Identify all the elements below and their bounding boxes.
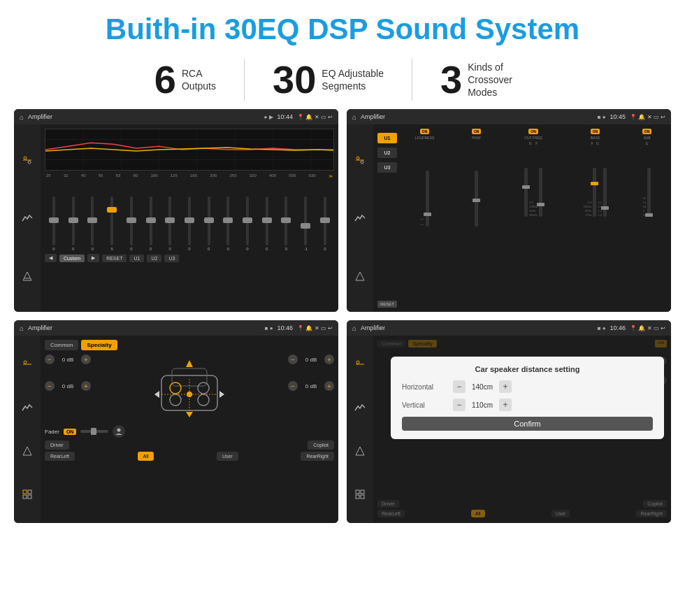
fader-minus-2[interactable]: − [45,381,55,391]
svg-marker-37 [154,391,159,398]
xo-channels: ON LOUDNESS — — ON PHAT [400,129,667,308]
vertical-minus-btn[interactable]: − [453,399,466,411]
xo-icon-3[interactable] [352,268,368,285]
eq-slider-14[interactable]: -1 [299,196,312,251]
phat-on-badge: ON [472,129,482,134]
driver-btn[interactable]: Driver [45,440,69,450]
fader-time: 10:46 [277,324,294,331]
fader-plus-3[interactable]: + [324,354,334,364]
fader-minus-4[interactable]: − [288,381,298,391]
svg-point-34 [187,392,192,397]
eq-slider-6[interactable]: 0 [145,196,157,251]
stat-number-rca: 6 [154,60,176,99]
fader-plus-4[interactable]: + [324,381,334,391]
fader-icon-1[interactable] [19,356,36,373]
svg-point-29 [198,382,209,394]
cutfreq-label: CUT FREQ [524,136,542,140]
eq-slider-13[interactable]: 0 [280,196,292,251]
vertical-plus-btn[interactable]: + [499,399,512,411]
eq-icon-1[interactable] [19,152,36,169]
xo-icon-1[interactable] [352,152,368,169]
svg-marker-38 [219,391,224,398]
eq-u1-btn[interactable]: U1 [129,255,144,262]
rearright-btn[interactable]: RearRight [301,452,334,461]
fader-profile-icon[interactable] [113,425,125,438]
eq-slider-10[interactable]: 0 [222,196,234,251]
dist-main: Common Specialty ON Car speaker distance… [373,336,671,523]
eq-icon-2[interactable] [19,210,36,227]
xo-ch-sub: ON SUB G 20151050 [627,129,667,308]
eq-slider-11[interactable]: 0 [241,196,254,251]
fader-home-icon[interactable]: ⌂ [20,324,24,332]
dialog-title: Car speaker distance setting [402,365,653,373]
eq-slider-3[interactable]: 0 [86,196,99,251]
confirm-button[interactable]: Confirm [402,417,653,431]
fader-thumb[interactable] [91,428,96,435]
xo-u2-btn[interactable]: U2 [377,148,397,158]
eq-slider-2[interactable]: 0 [67,196,80,251]
xo-u3-btn[interactable]: U3 [377,162,397,173]
svg-rect-25 [28,495,31,499]
fader-minus-3[interactable]: − [288,354,298,364]
user-btn[interactable]: User [217,452,238,461]
home-icon[interactable]: ⌂ [20,113,24,121]
svg-rect-23 [28,490,31,494]
xo-ch-phat: ON PHAT [452,129,501,308]
eq-u3-btn[interactable]: U3 [164,255,179,262]
fader-icon-3[interactable] [19,443,36,459]
xo-icon-2[interactable] [352,210,368,227]
eq-next-btn[interactable]: ▶ [87,254,99,262]
eq-reset-btn[interactable]: RESET [102,255,127,262]
fader-left-panel: − 0 dB + − 0 dB + [45,354,91,421]
eq-prev-btn[interactable]: ◀ [45,254,57,262]
fader-plus-2[interactable]: + [81,381,91,391]
eq-u2-btn[interactable]: U2 [147,255,161,262]
dist-icon-4[interactable] [352,486,368,503]
eq-slider-4[interactable]: 5 [106,196,118,251]
fader-bottom-btns: Driver Copilot [45,440,334,450]
fader-db-val-4: 0 dB [301,383,322,389]
eq-slider-15[interactable]: 0 [319,196,331,251]
fader-track[interactable] [80,430,108,433]
horizontal-minus-btn[interactable]: − [453,380,466,393]
eq-slider-8[interactable]: 0 [183,196,196,251]
dist-title: Amplifier [361,324,593,331]
xo-time: 10:45 [610,113,626,120]
stats-row: 6 RCA Outputs 30 EQ Adjustable Segments … [0,53,685,109]
xo-ch-bass: ON BASS F G 3.0100Hz90Hz70Hz 2.52.01.51.… [565,129,625,308]
stat-eq: 30 EQ Adjustable Segments [245,60,412,99]
dist-icon-1[interactable] [352,356,368,373]
vertical-label: Vertical [402,401,447,409]
horizontal-plus-btn[interactable]: + [499,380,512,393]
eq-slider-9[interactable]: 0 [203,196,215,251]
common-tab[interactable]: Common [45,340,78,350]
stat-rca: 6 RCA Outputs [127,60,244,99]
xo-home-icon[interactable]: ⌂ [352,113,356,121]
eq-icon-3[interactable] [19,268,36,285]
phat-label: PHAT [472,136,481,140]
dist-icon-3[interactable] [352,443,368,459]
eq-slider-5[interactable]: 0 [125,196,138,251]
specialty-tab[interactable]: Specialty [81,340,117,350]
fader-minus-1[interactable]: − [45,354,55,364]
stat-number-eq: 30 [273,60,316,99]
svg-rect-43 [356,490,359,494]
eq-slider-1[interactable]: 0 [48,196,60,251]
all-btn[interactable]: All [138,452,154,461]
svg-marker-3 [23,272,31,280]
svg-point-28 [170,382,181,394]
fader-icon-2[interactable] [19,399,36,416]
rearleft-btn[interactable]: RearLeft [45,452,75,461]
dist-home-icon[interactable]: ⌂ [352,324,356,332]
fader-plus-1[interactable]: + [81,354,91,364]
xo-reset-btn[interactable]: RESET [377,301,397,308]
eq-slider-7[interactable]: 0 [164,196,176,251]
xo-u1-btn[interactable]: U1 [377,133,397,143]
fader-icon-4[interactable] [19,486,36,503]
copilot-btn[interactable]: Copilot [308,440,334,450]
dist-icon-2[interactable] [352,399,368,416]
vertical-row: Vertical − 110cm + [402,399,653,411]
svg-point-17 [361,161,363,164]
fader-topbar: ⌂ Amplifier ■ ● 10:46 📍 🔔 ✕ ▭ ↩ [14,320,338,336]
eq-slider-12[interactable]: 0 [261,196,273,251]
